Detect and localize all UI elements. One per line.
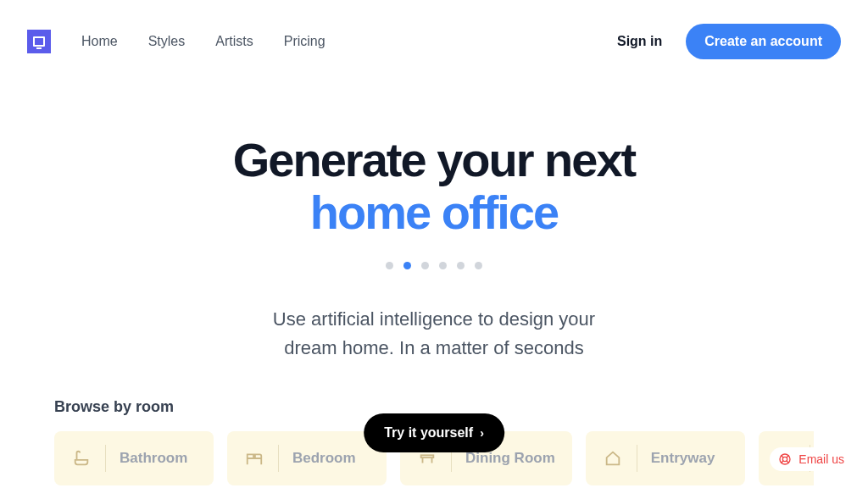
- try-button[interactable]: Try it yourself ›: [364, 413, 504, 452]
- dot-2[interactable]: [421, 262, 429, 269]
- header: Home Styles Artists Pricing Sign in Crea…: [0, 0, 868, 83]
- room-label: Entryway: [651, 450, 715, 467]
- signin-link[interactable]: Sign in: [617, 34, 662, 49]
- bathtub-icon: [71, 448, 92, 469]
- carousel-dots: [0, 262, 868, 269]
- room-label: Bathroom: [120, 450, 187, 467]
- chevron-right-icon: ›: [480, 426, 484, 440]
- hero-title: Generate your next home office: [0, 134, 868, 238]
- create-account-button[interactable]: Create an account: [686, 24, 841, 59]
- dot-0[interactable]: [386, 262, 393, 269]
- hero-title-line1: Generate your next: [233, 133, 635, 186]
- nav-artists[interactable]: Artists: [215, 34, 253, 49]
- bed-icon: [244, 448, 264, 469]
- svg-point-3: [783, 457, 787, 461]
- nav-styles[interactable]: Styles: [148, 34, 186, 49]
- hero-title-line2: home office: [0, 186, 868, 239]
- room-label: Dining Room: [465, 450, 555, 467]
- room-label: Bedroom: [292, 450, 356, 467]
- dot-4[interactable]: [457, 262, 465, 269]
- lifebuoy-icon: [778, 452, 792, 466]
- room-card-bedroom[interactable]: Bedroom: [227, 431, 387, 485]
- logo[interactable]: [27, 30, 51, 53]
- nav-pricing[interactable]: Pricing: [284, 34, 326, 49]
- room-card-entryway[interactable]: Entryway: [586, 431, 745, 485]
- dot-5[interactable]: [475, 262, 482, 269]
- dot-3[interactable]: [439, 262, 447, 269]
- auth-section: Sign in Create an account: [617, 24, 841, 59]
- email-us-widget[interactable]: Email us: [770, 447, 853, 471]
- hero-description: Use artificial intelligence to design yo…: [0, 305, 868, 363]
- hero: Generate your next home office Use artif…: [0, 83, 868, 363]
- svg-rect-0: [421, 456, 434, 458]
- monitor-icon: [33, 36, 45, 47]
- dot-1[interactable]: [403, 262, 411, 269]
- nav: Home Styles Artists Pricing: [81, 34, 326, 49]
- home-icon: [603, 448, 623, 469]
- room-card-bathroom[interactable]: Bathroom: [54, 431, 214, 485]
- nav-home[interactable]: Home: [81, 34, 118, 49]
